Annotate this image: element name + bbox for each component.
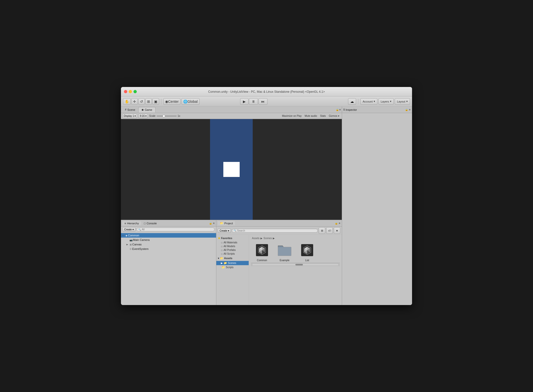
assets-scrollbar-thumb[interactable] <box>295 264 303 265</box>
tree-item-main-camera[interactable]: 📷 Main Camera <box>121 238 216 242</box>
display-select[interactable]: Display 1 ▾ <box>122 114 137 118</box>
project-create-button[interactable]: Create ▾ <box>218 229 231 233</box>
rect-tool[interactable]: ▣ <box>152 98 159 105</box>
game-viewport <box>121 119 342 220</box>
hierarchy-tree: ▾ ◈ Common 📷 Main Camera ▶ <box>121 233 216 305</box>
project-tab[interactable]: 📁 Project <box>218 221 235 225</box>
view-lock-icon[interactable]: 🔒 <box>336 108 339 111</box>
scenes-folder[interactable]: ▶ 📁 Scenes <box>216 261 249 265</box>
gizmos-button[interactable]: Gizmos ▾ <box>328 114 340 118</box>
inspector-icon: ℹ <box>344 108 345 111</box>
assets-section[interactable]: ▾ 📁 Assets <box>216 256 249 261</box>
project-filter-button[interactable]: ⊞ <box>319 227 325 234</box>
scripts-folder[interactable]: 📁 Scripts <box>216 265 249 269</box>
hierarchy-create-button[interactable]: Create ▾ <box>122 227 136 232</box>
rotate-tool[interactable]: ↺ <box>138 98 145 105</box>
common-expand-arrow: ▾ <box>122 234 125 237</box>
folder-svg-example <box>278 244 292 257</box>
scale-value: 1x <box>178 115 180 117</box>
game-white-rectangle <box>223 162 240 177</box>
fav-all-scripts[interactable]: ◎ All Scripts <box>216 252 249 256</box>
hierarchy-tab[interactable]: ≡ Hierarchy <box>122 221 141 225</box>
asset-example-folder[interactable]: Example <box>275 242 295 262</box>
layout-chevron: ▾ <box>406 100 408 103</box>
layers-chevron: ▾ <box>390 100 391 103</box>
project-star-button[interactable]: ★ <box>334 227 340 234</box>
view-menu-icon[interactable]: ≡ <box>339 108 341 111</box>
center-button[interactable]: ◉ Center <box>163 98 180 105</box>
stats-button[interactable]: Stats <box>319 114 327 118</box>
maximize-button[interactable] <box>134 90 137 93</box>
asset-list-scene[interactable]: List <box>297 242 317 262</box>
layout-dropdown[interactable]: Layout ▾ <box>395 98 410 105</box>
canvas-label: Canvas <box>132 243 142 246</box>
scale-label: Scale <box>149 115 156 117</box>
fav-all-materials[interactable]: ◎ All Materials <box>216 241 249 244</box>
inspector-panel-header: ℹ Inspector 🔒 ≡ <box>342 107 412 113</box>
assets-folder-icon: 📁 <box>220 257 223 260</box>
asset-common-scene[interactable]: Common <box>252 242 272 262</box>
move-tool[interactable]: ✛ <box>131 98 138 105</box>
account-dropdown[interactable]: Account ▾ <box>360 98 377 105</box>
scene-tab-label: Scene <box>127 108 135 111</box>
tree-item-eventsystem[interactable]: ⚙ EventSystem <box>121 247 216 251</box>
scripts-folder-icon: 📁 <box>222 266 225 269</box>
fav-all-models[interactable]: ◎ All Models <box>216 244 249 248</box>
global-button[interactable]: 🌐 Global <box>181 98 199 105</box>
step-button[interactable]: ⏭ <box>258 98 268 105</box>
breadcrumb-assets[interactable]: Assets <box>252 237 259 240</box>
play-button[interactable]: ▶ <box>240 98 248 105</box>
project-search-input[interactable] <box>237 229 316 232</box>
cloud-button[interactable]: ☁ <box>348 98 356 105</box>
assets-breadcrumb: Assets ▶ Scenes ▶ <box>251 237 340 240</box>
separator-1 <box>161 99 161 104</box>
pause-button[interactable]: ⏸ <box>249 98 258 105</box>
list-scene-asset-icon <box>299 242 315 258</box>
aspect-select[interactable]: 9:16 ▾ <box>139 114 148 118</box>
unity-logo-svg-common <box>256 244 268 256</box>
scale-slider-thumb[interactable] <box>163 115 165 117</box>
tree-item-canvas[interactable]: ▶ ▣ Canvas <box>121 242 216 247</box>
display-chevron: ▾ <box>135 115 136 117</box>
window-title: Common.unity - UnityListView - PC, Mac &… <box>208 90 325 93</box>
project-panel: 📁 Project 🔒 ≡ Create ▾ 🔍 ⊞ 🏷 <box>216 220 342 305</box>
hierarchy-search-input[interactable] <box>142 228 213 231</box>
project-lock-icon[interactable]: 🔒 <box>335 222 338 225</box>
mute-audio-button[interactable]: Mute audio <box>304 114 318 118</box>
scene-tab[interactable]: # Scene <box>122 107 138 113</box>
scale-slider-track[interactable] <box>157 116 177 117</box>
fav-all-prefabs[interactable]: ◎ All Prefabs <box>216 248 249 252</box>
console-tab[interactable]: □ Console <box>142 221 159 225</box>
breadcrumb-sep-1: ▶ <box>260 237 262 240</box>
project-search-box: 🔍 <box>232 229 318 233</box>
minimize-button[interactable] <box>129 90 132 93</box>
inspector-lock-icon[interactable]: 🔒 <box>405 108 408 111</box>
close-button[interactable] <box>124 90 127 93</box>
assets-scrollbar-track[interactable] <box>252 264 338 265</box>
maximize-on-play-button[interactable]: Maximize on Play <box>281 114 303 118</box>
play-icon: ▶ <box>243 100 246 104</box>
viewport-right-dark <box>253 119 342 220</box>
hand-tool[interactable]: ✋ <box>123 98 131 105</box>
inspector-menu-icon[interactable]: ≡ <box>409 108 411 111</box>
layout-label: Layout <box>397 100 405 103</box>
breadcrumb-sep-2: ▶ <box>273 237 275 240</box>
title-bar: Common.unity - UnityListView - PC, Mac &… <box>121 87 412 96</box>
hierarchy-menu-icon[interactable]: ≡ <box>213 222 215 225</box>
console-tab-label: Console <box>147 222 157 225</box>
game-tab-label: Game <box>145 108 152 111</box>
project-tag-button[interactable]: 🏷 <box>326 227 333 234</box>
hierarchy-lock-icon[interactable]: 🔒 <box>209 222 212 225</box>
project-menu-icon[interactable]: ≡ <box>339 222 340 225</box>
tree-item-common[interactable]: ▾ ◈ Common <box>121 233 216 238</box>
favorites-section[interactable]: ★ Favorites <box>216 236 249 241</box>
gizmos-chevron: ▾ <box>338 115 339 117</box>
common-scene-icon: ◈ <box>125 234 127 237</box>
layers-label: Layers <box>381 100 389 103</box>
game-tab[interactable]: ◉ Game <box>138 107 156 113</box>
scale-tool[interactable]: ⊞ <box>145 98 152 105</box>
inspector-label: Inspector <box>346 108 357 111</box>
breadcrumb-scenes[interactable]: Scenes <box>263 237 272 240</box>
all-models-label: All Models <box>224 245 235 248</box>
layers-dropdown[interactable]: Layers ▾ <box>378 98 394 105</box>
